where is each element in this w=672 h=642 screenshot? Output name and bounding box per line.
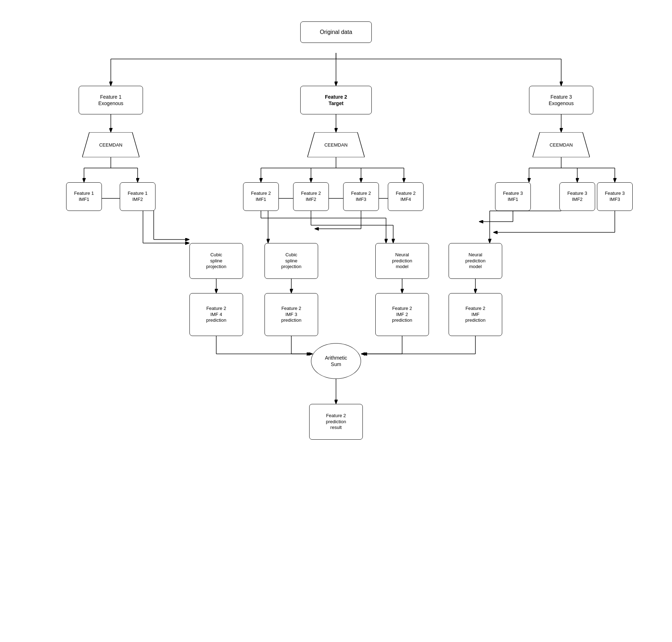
f2-imf4-node: Feature 2 IMF4 — [388, 182, 424, 211]
pred-result-node: Feature 2 prediction result — [309, 404, 363, 440]
ceemdan1-node: CEEMDAN — [82, 132, 139, 157]
ceemdan2-node: CEEMDAN — [307, 132, 365, 157]
original-data-node: Original data — [300, 21, 372, 43]
cubic1-node: Cubic spline projection — [189, 243, 243, 279]
f1-imf1-node: Feature 1 IMF1 — [66, 182, 102, 211]
arithmetic-sum-node: Arithmetic Sum — [311, 343, 361, 379]
pred-imf1-node: Feature 2 IMF prediction — [449, 293, 502, 336]
ceemdan3-node: CEEMDAN — [533, 132, 590, 157]
feature1-exo-node: Feature 1 Exogenous — [79, 86, 143, 114]
pred-imf2-node: Feature 2 IMF 2 prediction — [375, 293, 429, 336]
feature3-exo-node: Feature 3 Exogenous — [529, 86, 593, 114]
feature2-target-node: Feature 2 Target — [300, 86, 372, 114]
f2-imf2-node: Feature 2 IMF2 — [293, 182, 329, 211]
f3-imf2-node: Feature 3 IMF2 — [559, 182, 595, 211]
f1-imf2-node: Feature 1 IMF2 — [120, 182, 155, 211]
cubic2-node: Cubic spline projection — [265, 243, 318, 279]
neural1-node: Neural prediction model — [375, 243, 429, 279]
f2-imf1-node: Feature 2 IMF1 — [243, 182, 279, 211]
f2-imf3-node: Feature 2 IMF3 — [343, 182, 379, 211]
pred-imf4-node: Feature 2 IMF 4 prediction — [189, 293, 243, 336]
f3-imf3-node: Feature 3 IMF3 — [597, 182, 633, 211]
f3-imf1-node: Feature 3 IMF1 — [495, 182, 531, 211]
pred-imf3-node: Feature 2 IMF 3 prediction — [265, 293, 318, 336]
diagram-container: Original data Feature 1 Exogenous Featur… — [0, 0, 672, 642]
neural2-node: Neural prediction model — [449, 243, 502, 279]
